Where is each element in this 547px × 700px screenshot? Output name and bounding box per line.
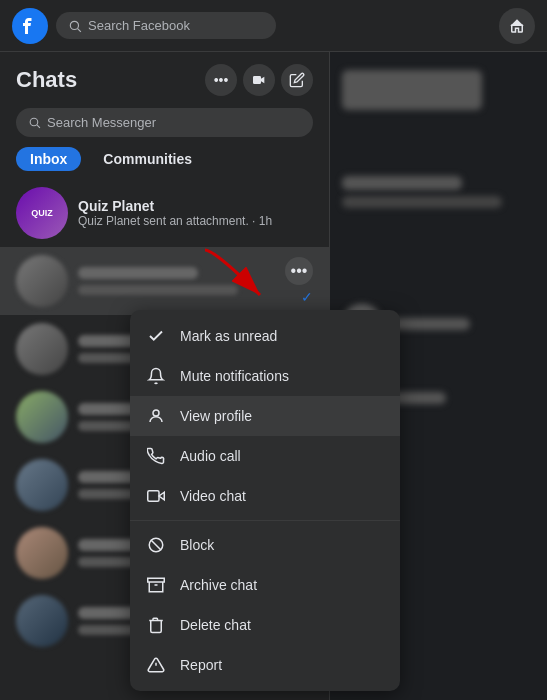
menu-item-view-profile[interactable]: View profile <box>130 396 400 436</box>
archive-chat-icon <box>146 575 166 595</box>
report-label: Report <box>180 657 222 673</box>
mute-label: Mute notifications <box>180 368 289 384</box>
top-search-placeholder: Search Facebook <box>88 18 190 33</box>
chat-6-avatar <box>16 527 68 579</box>
chat-5-avatar <box>16 459 68 511</box>
report-icon <box>146 655 166 675</box>
compose-button[interactable] <box>281 64 313 96</box>
nav-right <box>499 8 535 44</box>
active-chat-avatar <box>16 255 68 307</box>
home-button[interactable] <box>499 8 535 44</box>
tab-inbox[interactable]: Inbox <box>16 147 81 171</box>
menu-item-audio-call[interactable]: Audio call <box>130 436 400 476</box>
mark-unread-icon <box>146 326 166 346</box>
menu-item-video-chat[interactable]: Video chat <box>130 476 400 516</box>
archive-chat-label: Archive chat <box>180 577 257 593</box>
chat-4-avatar <box>16 391 68 443</box>
active-chat-info <box>78 267 277 295</box>
messenger-search-placeholder: Search Messenger <box>47 115 156 130</box>
svg-rect-10 <box>148 578 165 582</box>
home-icon <box>508 17 526 35</box>
search-icon <box>68 19 82 33</box>
mute-icon <box>146 366 166 386</box>
video-icon <box>251 72 267 88</box>
menu-item-mute[interactable]: Mute notifications <box>130 356 400 396</box>
messenger-search-bar[interactable]: Search Messenger <box>16 108 313 137</box>
menu-item-delete-chat[interactable]: Delete chat <box>130 605 400 645</box>
right-contact-2 <box>330 168 547 216</box>
context-menu: Mark as unread Mute notifications View p… <box>130 310 400 691</box>
chat-7-avatar <box>16 595 68 647</box>
svg-marker-6 <box>159 492 164 500</box>
facebook-logo <box>12 8 48 44</box>
compose-icon <box>289 72 305 88</box>
svg-line-9 <box>151 540 162 551</box>
view-profile-icon <box>146 406 166 426</box>
video-chat-icon <box>146 486 166 506</box>
chats-header: Chats ••• <box>0 52 329 104</box>
menu-item-report[interactable]: Report <box>130 645 400 685</box>
right-contact-1 <box>330 62 547 118</box>
quiz-planet-info: Quiz Planet Quiz Planet sent an attachme… <box>78 198 313 228</box>
chat-3-avatar <box>16 323 68 375</box>
messenger-search-icon <box>28 116 41 129</box>
chat-tabs: Inbox Communities <box>0 147 329 171</box>
active-chat-preview-bar <box>78 285 238 295</box>
svg-rect-7 <box>148 491 159 502</box>
block-icon <box>146 535 166 555</box>
quiz-planet-avatar: QUIZ <box>16 187 68 239</box>
top-search-bar[interactable]: Search Facebook <box>56 12 276 39</box>
quiz-planet-name: Quiz Planet <box>78 198 313 214</box>
svg-point-5 <box>153 410 159 416</box>
view-profile-label: View profile <box>180 408 252 424</box>
svg-line-1 <box>78 28 81 31</box>
audio-call-label: Audio call <box>180 448 241 464</box>
menu-item-mark-unread[interactable]: Mark as unread <box>130 316 400 356</box>
chat-item-quiz-planet[interactable]: QUIZ Quiz Planet Quiz Planet sent an att… <box>0 179 329 247</box>
video-chat-label: Video chat <box>180 488 246 504</box>
menu-divider-1 <box>130 520 400 521</box>
delete-chat-label: Delete chat <box>180 617 251 633</box>
svg-line-3 <box>37 125 40 128</box>
svg-point-0 <box>70 21 78 29</box>
svg-point-2 <box>30 118 38 126</box>
top-nav: Search Facebook <box>0 0 547 52</box>
three-dots-button[interactable]: ••• <box>285 257 313 285</box>
mark-unread-label: Mark as unread <box>180 328 277 344</box>
chats-title: Chats <box>16 67 199 93</box>
tab-communities[interactable]: Communities <box>89 147 206 171</box>
delete-chat-icon <box>146 615 166 635</box>
active-chat-name-bar <box>78 267 198 279</box>
video-call-button[interactable] <box>243 64 275 96</box>
active-chat-meta: ••• ✓ <box>285 257 313 305</box>
quiz-planet-preview: Quiz Planet sent an attachment. · 1h <box>78 214 313 228</box>
menu-item-block[interactable]: Block <box>130 525 400 565</box>
block-label: Block <box>180 537 214 553</box>
more-options-button[interactable]: ••• <box>205 64 237 96</box>
read-check-icon: ✓ <box>301 289 313 305</box>
audio-call-icon <box>146 446 166 466</box>
menu-item-archive-chat[interactable]: Archive chat <box>130 565 400 605</box>
chat-item-active[interactable]: ••• ✓ <box>0 247 329 315</box>
